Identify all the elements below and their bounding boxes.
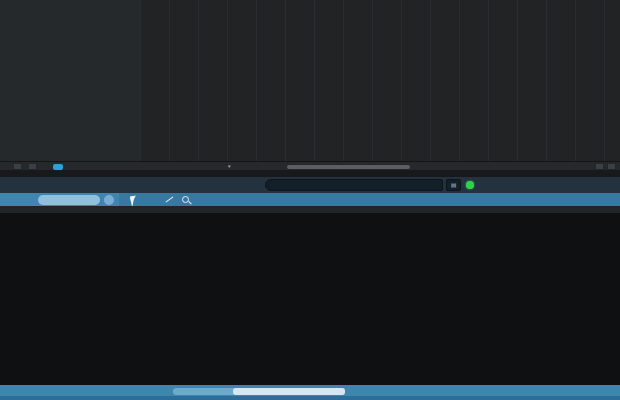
plugin-breadcrumb (0, 170, 620, 177)
piano-key-strip[interactable] (0, 213, 13, 385)
track-header-panel (0, 0, 140, 162)
pitch-curves (0, 213, 620, 385)
pitch-editor[interactable] (0, 213, 620, 385)
scale-select[interactable] (38, 195, 100, 205)
pencil-tool-icon[interactable] (144, 193, 160, 206)
sync-icon[interactable] (104, 195, 114, 205)
zoom-in-button[interactable] (595, 163, 604, 170)
track-height-select[interactable]: ▾ (228, 163, 231, 169)
line-tool-icon[interactable] (161, 193, 177, 206)
plugin-title-bar: ▤ (0, 177, 620, 193)
plugin-toolbar (0, 193, 620, 206)
pitch-timeline-ruler[interactable] (0, 206, 620, 213)
cursor-tool-icon[interactable] (125, 193, 141, 206)
repitch-daw-screen: ▾ ▤ (0, 0, 620, 400)
horizontal-scrollbar[interactable] (287, 165, 410, 169)
scrollbar-range[interactable] (233, 388, 345, 395)
speaker-icon[interactable] (53, 164, 63, 170)
chevron-down-icon: ▾ (228, 163, 231, 169)
global-mute-button[interactable] (13, 163, 22, 170)
zoom-tool-icon[interactable] (177, 193, 193, 206)
zoom-out-button[interactable] (607, 163, 616, 170)
bottom-edge-strip (0, 396, 620, 400)
preset-dropdown[interactable] (265, 179, 443, 191)
preset-menu-button[interactable]: ▤ (446, 179, 461, 191)
tool-segment (119, 193, 620, 206)
arrangement-clip-area[interactable] (140, 0, 620, 162)
global-solo-button[interactable] (28, 163, 37, 170)
editor-bottom-scrollbar[interactable] (0, 385, 620, 400)
green-dot-indicator (466, 181, 474, 189)
scrollbar-thumb[interactable] (173, 388, 345, 395)
